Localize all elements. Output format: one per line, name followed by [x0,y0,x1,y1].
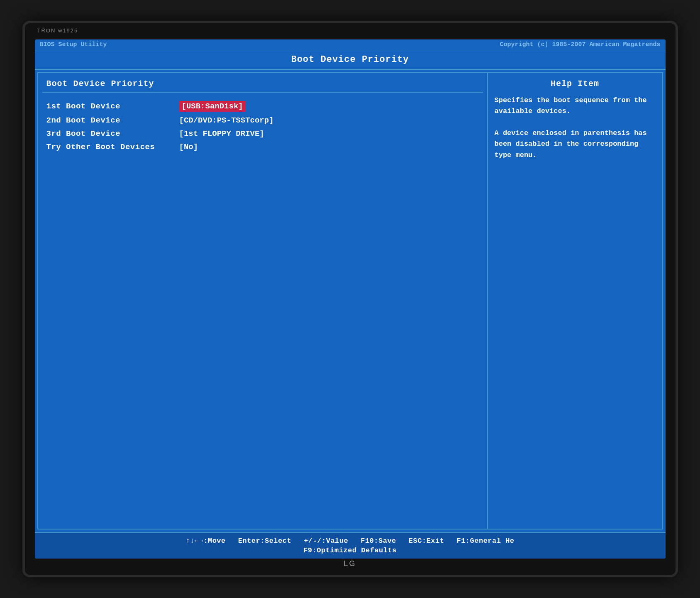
bios-entry-value-2nd[interactable]: [CD/DVD:PS-TSSTcorp] [179,116,274,125]
bios-help-title: Help Item [495,79,656,88]
bios-nav-help: F1:General He [456,537,514,545]
bios-entry-value-3rd[interactable]: [1st FLOPPY DRIVE] [179,129,264,138]
bios-top-bar-right: Copyright (c) 1985-2007 American Megatre… [500,41,660,48]
bios-status-row-2: F9:Optimized Defaults [303,547,397,554]
bios-entry-3rd-boot[interactable]: 3rd Boot Device [1st FLOPPY DRIVE] [46,129,479,138]
monitor: TRON w1925 BIOS Setup Utility Copyright … [22,21,678,577]
bios-nav-value: +/-/:Value [304,537,348,545]
bios-title: Boot Device Priority [35,50,666,70]
bios-content-area: Boot Device Priority 1st Boot Device [US… [37,72,663,529]
bios-status-bar: ↑↓←→:Move Enter:Select +/-/:Value F10:Sa… [35,532,666,559]
monitor-brand-bottom: LG [344,559,356,568]
bios-entry-try-other[interactable]: Try Other Boot Devices [No] [46,142,479,152]
bios-entry-value-try[interactable]: [No] [179,142,198,152]
bios-entry-label-3rd: 3rd Boot Device [46,129,179,138]
bios-nav-save: F10:Save [361,537,396,545]
bios-nav-move: ↑↓←→:Move [185,537,225,545]
bios-help-text: Specifies the boot sequence from the ava… [495,95,656,161]
bios-section-title: Boot Device Priority [38,73,487,92]
bios-nav-exit: ESC:Exit [409,537,444,545]
bios-entry-label-1st: 1st Boot Device [46,102,179,111]
bios-right-panel: Help Item Specifies the boot sequence fr… [488,73,662,529]
bios-entry-label-try: Try Other Boot Devices [46,142,179,152]
bios-left-panel: Boot Device Priority 1st Boot Device [US… [38,73,488,529]
bios-screen: BIOS Setup Utility Copyright (c) 1985-20… [35,39,666,559]
bios-entries-list: 1st Boot Device [USB:SanDisk] 2nd Boot D… [38,99,487,529]
monitor-brand-top: TRON w1925 [37,27,78,34]
bios-top-bar: BIOS Setup Utility Copyright (c) 1985-20… [35,39,666,50]
bios-nav-optimized: F9:Optimized Defaults [303,547,397,554]
bios-top-bar-left: BIOS Setup Utility [40,41,107,48]
bios-entry-value-1st[interactable]: [USB:SanDisk] [179,101,246,112]
bios-entry-2nd-boot[interactable]: 2nd Boot Device [CD/DVD:PS-TSSTcorp] [46,116,479,125]
bios-entry-1st-boot[interactable]: 1st Boot Device [USB:SanDisk] [46,101,479,112]
bios-status-row-1: ↑↓←→:Move Enter:Select +/-/:Value F10:Sa… [185,537,514,545]
bios-entry-label-2nd: 2nd Boot Device [46,116,179,125]
section-divider [42,92,483,93]
bios-nav-select: Enter:Select [238,537,291,545]
